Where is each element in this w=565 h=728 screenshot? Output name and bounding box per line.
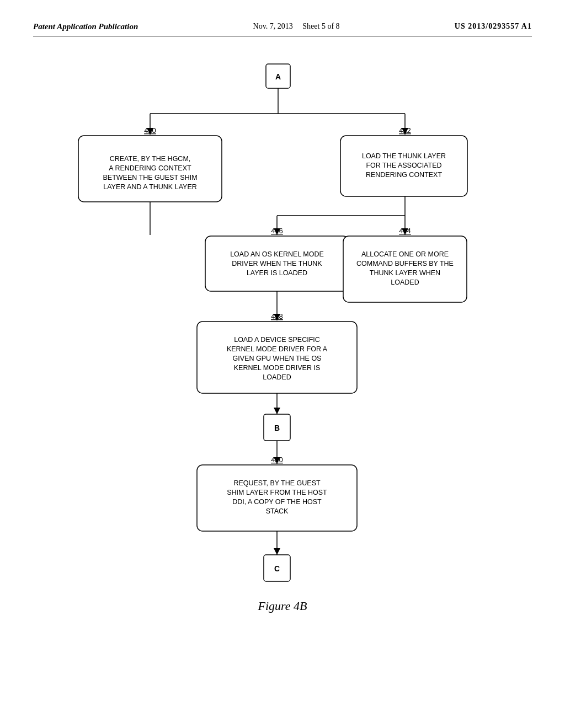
- page-header: Patent Application Publication Nov. 7, 2…: [33, 22, 532, 36]
- label-418: 418: [271, 312, 283, 320]
- box-418-line2: KERNEL MODE DRIVER FOR A: [227, 345, 328, 353]
- box-414-line3: THUNK LAYER WHEN: [370, 269, 440, 277]
- box-410-line3: BETWEEN THE GUEST SHIM: [103, 174, 197, 181]
- connector-c-label: C: [274, 564, 280, 573]
- box-416-line1: LOAD AN OS KERNEL MODE: [230, 250, 324, 258]
- label-414: 414: [399, 227, 411, 235]
- header-left: Patent Application Publication: [33, 22, 138, 31]
- label-412: 412: [399, 126, 411, 135]
- box-410-line1: CREATE, BY THE HGCM,: [110, 155, 191, 163]
- page: Patent Application Publication Nov. 7, 2…: [0, 0, 565, 728]
- box-418-line3: GIVEN GPU WHEN THE OS: [233, 355, 322, 362]
- header-date: Nov. 7, 2013: [253, 22, 293, 30]
- box-412-line2: FOR THE ASSOCIATED: [366, 162, 441, 169]
- box-418-line4: KERNEL MODE DRIVER IS: [234, 364, 321, 372]
- arrowhead-c: [274, 548, 280, 555]
- figure-label: Figure 4B: [33, 599, 532, 613]
- box-420-line3: DDI, A COPY OF THE HOST: [232, 498, 322, 506]
- box-416-line2: DRIVER WHEN THE THUNK: [232, 260, 322, 267]
- box-412-line3: RENDERING CONTEXT: [366, 171, 443, 179]
- box-414-line4: LOADED: [391, 279, 419, 286]
- box-420-line2: SHIM LAYER FROM THE HOST: [227, 489, 327, 496]
- flowchart-svg: text { font-family: 'Arial', sans-serif;…: [34, 53, 531, 593]
- box-414-line2: COMMAND BUFFERS BY THE: [356, 260, 454, 267]
- flowchart-diagram: text { font-family: 'Arial', sans-serif;…: [33, 53, 532, 593]
- connector-b-label: B: [274, 424, 280, 432]
- box-410-line4: LAYER AND A THUNK LAYER: [103, 183, 197, 191]
- box-420-line1: REQUEST, BY THE GUEST: [233, 479, 321, 487]
- box-420-line4: STACK: [266, 507, 289, 515]
- box-416-line3: LAYER IS LOADED: [247, 269, 307, 277]
- connector-a-label: A: [275, 72, 281, 81]
- label-420: 420: [271, 456, 283, 464]
- header-center: Nov. 7, 2013 Sheet 5 of 8: [253, 22, 340, 31]
- box-410-line2: A RENDERING CONTEXT: [109, 164, 191, 172]
- header-right: US 2013/0293557 A1: [455, 22, 532, 31]
- box-412-line1: LOAD THE THUNK LAYER: [362, 152, 446, 160]
- label-416: 416: [271, 227, 283, 235]
- box-418-line1: LOAD A DEVICE SPECIFIC: [234, 336, 320, 344]
- arrowhead-b: [274, 408, 280, 414]
- box-414-line1: ALLOCATE ONE OR MORE: [361, 250, 449, 258]
- label-410: 410: [144, 126, 156, 135]
- header-sheet: Sheet 5 of 8: [302, 22, 339, 30]
- box-418-line5: LOADED: [263, 373, 291, 381]
